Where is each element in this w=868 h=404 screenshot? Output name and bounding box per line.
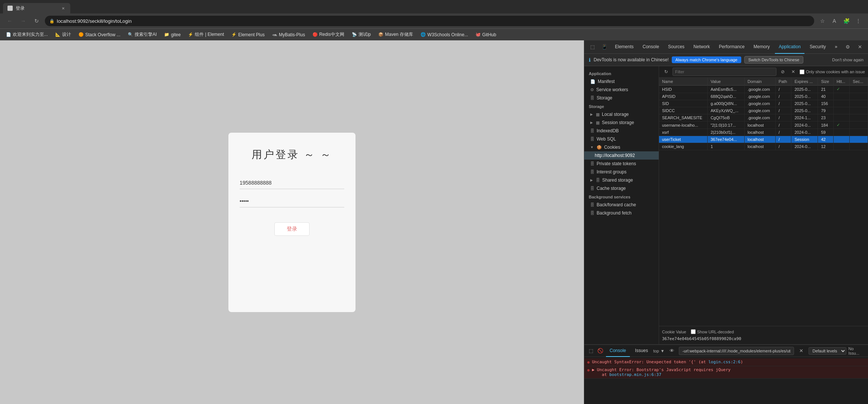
sidebar-item-label: Cache storage bbox=[597, 186, 626, 191]
delete-cookies-button[interactable]: ✕ bbox=[789, 68, 797, 76]
menu-icon[interactable]: ⋮ bbox=[853, 16, 864, 26]
bookmark-item[interactable]: 🔍 搜索引擎AI bbox=[125, 30, 160, 39]
sidebar-item-private-state-tokens[interactable]: 🗄 Private state tokens bbox=[584, 160, 659, 168]
sidebar-item-localhost-cookies[interactable]: http://localhost:9092 bbox=[584, 151, 659, 160]
table-row[interactable]: HSIDAahEsmBc5....google.com/2025-0...21✓ bbox=[659, 86, 868, 93]
bookmark-item[interactable]: ⚡ Element Plus bbox=[228, 31, 268, 38]
devtools-inspect-icon[interactable]: ⬚ bbox=[587, 42, 598, 52]
sidebar-item-background-fetch[interactable]: 🗄 Background fetch bbox=[584, 209, 659, 217]
bookmark-item-stackoverflow[interactable]: 🟠 Stack Overflow ... bbox=[76, 31, 123, 38]
tab-sources[interactable]: Sources bbox=[664, 40, 688, 54]
bookmark-item[interactable]: 📄 欢迎来到实力至... bbox=[3, 30, 51, 39]
console-tab-issues[interactable]: Issues bbox=[631, 345, 652, 357]
table-row[interactable]: userTicket367ee74e04...localhost/Session… bbox=[659, 136, 868, 143]
col-domain[interactable]: Domain bbox=[744, 78, 775, 86]
error-link-1[interactable]: login.css:2:6 bbox=[708, 360, 741, 364]
devtools-device-icon[interactable]: 📱 bbox=[599, 42, 610, 52]
tab-console[interactable]: Console bbox=[639, 40, 663, 54]
forward-button[interactable]: → bbox=[18, 16, 28, 26]
phone-input[interactable] bbox=[240, 177, 344, 189]
error-link-2[interactable]: bootstrap.min.js:6:37 bbox=[609, 372, 661, 377]
table-row[interactable]: cookie_lang1localhost/2024-0...12 bbox=[659, 143, 868, 150]
col-secure[interactable]: Sec... bbox=[850, 78, 868, 86]
sidebar-item-label: Local storage bbox=[602, 112, 629, 117]
bookmark-item[interactable]: ⚡ 组件 | Element bbox=[185, 30, 227, 39]
table-row[interactable]: SIDCCAKEyXzWQ_....google.com/2025-0...79 bbox=[659, 107, 868, 114]
show-url-decoded-checkbox[interactable] bbox=[691, 329, 696, 334]
col-name[interactable]: Name bbox=[659, 78, 707, 86]
tab-close-button[interactable]: ✕ bbox=[61, 6, 66, 11]
table-cell bbox=[850, 121, 868, 129]
tab-application[interactable]: Application bbox=[775, 40, 804, 54]
col-size[interactable]: Size bbox=[818, 78, 833, 86]
table-row[interactable]: SIDg.a000jQi8N....google.com/2025-0...15… bbox=[659, 100, 868, 107]
col-path[interactable]: Path bbox=[775, 78, 791, 86]
tab-elements[interactable]: Elements bbox=[611, 40, 637, 54]
sidebar-item-back-forward-cache[interactable]: 🗄 Back/forward cache bbox=[584, 201, 659, 209]
tab-security[interactable]: Security bbox=[806, 40, 829, 54]
match-language-button[interactable]: Always match Chrome's language bbox=[672, 56, 741, 63]
sidebar-item-manifest[interactable]: 📄 Manifest bbox=[584, 77, 659, 86]
console-source-filter[interactable] bbox=[679, 347, 794, 355]
switch-devtools-button[interactable]: Switch DevTools to Chinese bbox=[744, 56, 803, 64]
sidebar-item-shared-storage[interactable]: ▶ 🗄 Shared storage bbox=[584, 176, 659, 184]
dismiss-notification-button[interactable]: Don't show again bbox=[832, 58, 864, 62]
console-sidebar-icon[interactable]: ⬚ bbox=[587, 346, 595, 356]
sidebar-item-cache-storage[interactable]: 🗄 Cache storage bbox=[584, 184, 659, 192]
clear-filter-icon[interactable]: ⊘ bbox=[779, 68, 787, 76]
bookmark-item[interactable]: 🦡 MyBatis-Plus bbox=[269, 31, 308, 38]
bookmark-item[interactable]: 🌐 W3Schools Online... bbox=[418, 31, 471, 38]
bookmark-item[interactable]: 📦 Maven 存储库 bbox=[375, 30, 416, 39]
sidebar-item-indexed-db[interactable]: 🗄 IndexedDB bbox=[584, 127, 659, 135]
login-button[interactable]: 登录 bbox=[274, 222, 310, 236]
bookmark-item[interactable]: 📐 设计 bbox=[52, 30, 74, 39]
clear-source-filter-icon[interactable]: ✕ bbox=[796, 346, 806, 356]
tab-memory[interactable]: Memory bbox=[750, 40, 773, 54]
reload-button[interactable]: ↻ bbox=[31, 16, 42, 26]
close-devtools-icon[interactable]: ✕ bbox=[855, 42, 865, 52]
top-selector[interactable]: top ▼ bbox=[653, 349, 664, 353]
bookmark-label: 搜索引擎AI bbox=[135, 31, 157, 38]
show-console-icon[interactable]: 👁 bbox=[667, 346, 677, 356]
sidebar-item-local-storage[interactable]: ▶ ▦ Local storage bbox=[584, 110, 659, 118]
settings-icon[interactable]: ⚙ bbox=[843, 42, 853, 52]
sidebar-item-service-workers[interactable]: ⚙ Service workers bbox=[584, 86, 659, 94]
sidebar-item-cookies[interactable]: ▼ 🍪 Cookies bbox=[584, 143, 659, 151]
only-show-issues-label[interactable]: Only show cookies with an issue bbox=[800, 70, 865, 74]
table-row[interactable]: xsrf2|210b0cf1|...localhost/2024-0...59 bbox=[659, 129, 868, 136]
bookmark-item[interactable]: 📡 测试ip bbox=[349, 30, 374, 39]
refresh-cookies-button[interactable]: ↻ bbox=[662, 68, 670, 76]
sidebar-item-interest-groups[interactable]: 🗄 Interest groups bbox=[584, 168, 659, 176]
show-url-decoded-label[interactable]: Show URL-decoded bbox=[691, 329, 734, 334]
table-row[interactable]: SEARCH_SAMESITECgQI75oB.google.com/2024-… bbox=[659, 114, 868, 121]
devtools-body: Application 📄 Manifest ⚙ Service workers… bbox=[584, 66, 868, 344]
bookmark-item[interactable]: 🔴 Redis中文网 bbox=[310, 30, 347, 39]
console-level-select[interactable]: Default levels bbox=[809, 347, 846, 355]
col-value[interactable]: Value bbox=[707, 78, 744, 86]
col-http[interactable]: Htt... bbox=[833, 78, 849, 86]
table-cell: .google.com bbox=[744, 107, 775, 114]
table-row[interactable]: APISID688Q2qahD....google.com/2025-0...4… bbox=[659, 93, 868, 100]
url-bar[interactable]: 🔒 localhost:9092/seckill/login/toLogin bbox=[45, 16, 814, 26]
tab-network[interactable]: Network bbox=[690, 40, 714, 54]
sidebar-item-session-storage[interactable]: ▶ ▦ Session storage bbox=[584, 118, 659, 127]
bookmark-favicon: 🌐 bbox=[421, 32, 426, 37]
table-row[interactable]: username-localho..."2|1:0|10:17...localh… bbox=[659, 121, 868, 129]
col-expires[interactable]: Expires ... bbox=[791, 78, 818, 86]
extensions-icon[interactable]: 🧩 bbox=[841, 16, 852, 26]
console-tab-console[interactable]: Console bbox=[606, 345, 630, 357]
translate-icon[interactable]: A bbox=[829, 16, 840, 26]
bookmark-item[interactable]: 🐙 GitHub bbox=[473, 31, 499, 38]
browser-tab[interactable]: 登录 ✕ bbox=[3, 3, 70, 13]
sidebar-item-web-sql[interactable]: 🗄 Web SQL bbox=[584, 135, 659, 143]
tab-more[interactable]: » bbox=[831, 40, 841, 54]
only-show-issues-checkbox[interactable] bbox=[800, 70, 804, 74]
clear-console-icon[interactable]: 🚫 bbox=[597, 346, 604, 356]
password-input[interactable] bbox=[240, 195, 344, 207]
sidebar-item-storage[interactable]: 🗄 Storage bbox=[584, 94, 659, 102]
tab-performance[interactable]: Performance bbox=[715, 40, 748, 54]
cookie-filter-input[interactable] bbox=[672, 68, 776, 76]
back-button[interactable]: ← bbox=[4, 16, 15, 26]
bookmark-icon[interactable]: ☆ bbox=[817, 16, 828, 26]
bookmark-item[interactable]: 📁 gitee bbox=[161, 31, 184, 38]
